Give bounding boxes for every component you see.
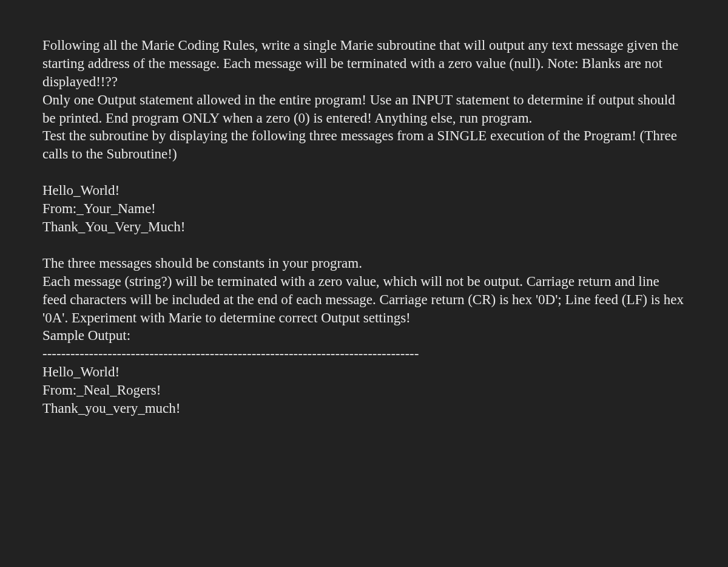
instruction-paragraph-2: Only one Output statement allowed in the… xyxy=(42,91,686,127)
message-example-1: Hello_World! xyxy=(42,182,686,200)
sample-output-line-2: From:_Neal_Rogers! xyxy=(42,381,686,399)
spacer xyxy=(42,163,686,182)
sample-output-line-3: Thank_you_very_much! xyxy=(42,399,686,418)
instruction-paragraph-1: Following all the Marie Coding Rules, wr… xyxy=(42,36,686,91)
spacer xyxy=(42,236,686,254)
message-example-3: Thank_You_Very_Much! xyxy=(42,218,686,236)
sample-output-line-1: Hello_World! xyxy=(42,363,686,381)
message-example-2: From:_Your_Name! xyxy=(42,200,686,218)
instruction-paragraph-3: Test the subroutine by displaying the fo… xyxy=(42,127,686,163)
instruction-paragraph-5: Each message (string?) will be terminate… xyxy=(42,273,686,327)
instruction-paragraph-4: The three messages should be constants i… xyxy=(42,254,686,273)
divider-line: ----------------------------------------… xyxy=(42,345,686,363)
sample-output-label: Sample Output: xyxy=(42,327,686,345)
